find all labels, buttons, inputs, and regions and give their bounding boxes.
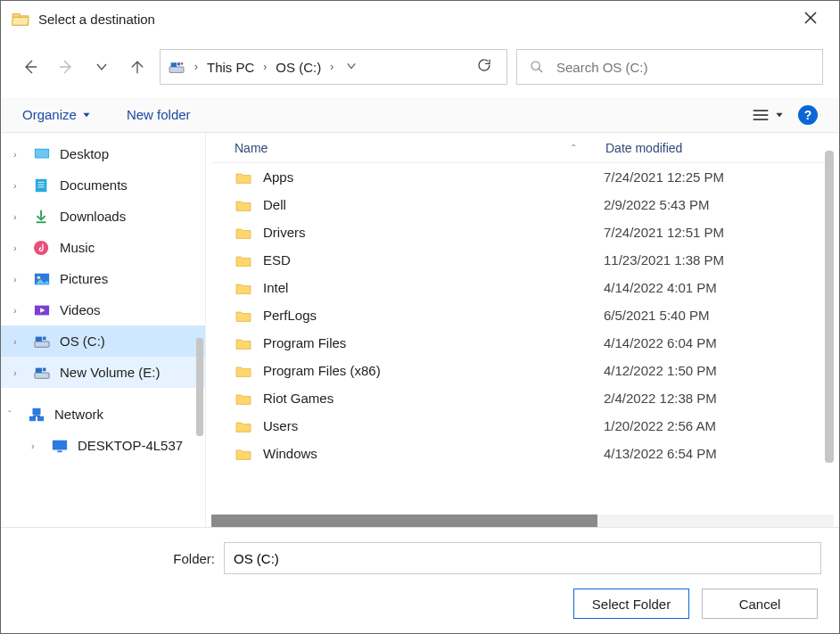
disk-icon xyxy=(33,333,51,350)
nav-row: › This PC › OS (C:) › Search OS (C:) xyxy=(1,37,839,97)
crumb-this-pc[interactable]: This PC xyxy=(203,60,258,75)
scrollbar-thumb[interactable] xyxy=(211,515,597,527)
tree-item[interactable]: ›Pictures xyxy=(1,263,205,294)
tree-scrollbar[interactable] xyxy=(194,133,203,527)
table-row[interactable]: Intel4/14/2022 4:01 PM xyxy=(211,274,834,301)
cancel-button[interactable]: Cancel xyxy=(702,589,818,619)
disk-icon xyxy=(168,60,185,74)
svg-point-9 xyxy=(531,62,539,70)
file-date: 2/4/2022 12:38 PM xyxy=(604,391,834,406)
chevron-right-icon: › xyxy=(191,61,202,73)
button-row: Select Folder Cancel xyxy=(19,589,821,619)
caret-down-icon xyxy=(775,111,784,119)
svg-rect-5 xyxy=(169,67,184,72)
table-row[interactable]: Riot Games2/4/2022 12:38 PM xyxy=(211,384,834,412)
svg-rect-7 xyxy=(177,62,180,65)
help-button[interactable]: ? xyxy=(798,105,818,125)
folder-icon xyxy=(235,447,252,461)
doc-icon xyxy=(33,177,51,193)
up-button[interactable] xyxy=(124,54,151,80)
toolbar: Organize New folder ? xyxy=(1,97,839,133)
table-row[interactable]: PerfLogs6/5/2021 5:40 PM xyxy=(211,301,834,329)
tree-item[interactable]: ›Downloads xyxy=(1,201,205,232)
desktop-icon xyxy=(33,146,51,162)
forward-button[interactable] xyxy=(53,54,79,80)
file-date: 4/14/2022 6:04 PM xyxy=(604,335,834,350)
tree-item[interactable]: ›Documents xyxy=(1,169,205,201)
pc-icon xyxy=(51,438,69,454)
chevron-down-icon[interactable]: ˇ xyxy=(8,409,19,420)
crumb-drive[interactable]: OS (C:) xyxy=(272,60,325,75)
table-row[interactable]: Program Files4/14/2022 6:04 PM xyxy=(211,329,834,357)
folder-icon xyxy=(235,226,252,240)
chevron-right-icon[interactable]: › xyxy=(31,441,42,451)
tree-item[interactable]: ›Music xyxy=(1,232,205,263)
tree-item-label: Videos xyxy=(60,302,101,317)
svg-rect-1 xyxy=(12,13,20,17)
chevron-right-icon[interactable]: › xyxy=(13,336,24,347)
chevron-right-icon[interactable]: › xyxy=(13,367,24,378)
back-button[interactable] xyxy=(17,54,44,80)
vertical-scrollbar[interactable] xyxy=(823,136,834,499)
chevron-right-icon[interactable]: › xyxy=(13,149,24,160)
organize-menu[interactable]: Organize xyxy=(22,107,91,122)
scrollbar-thumb[interactable] xyxy=(825,151,834,463)
navigation-tree: ›Desktop›Documents›Downloads›Music›Pictu… xyxy=(1,133,206,527)
chevron-right-icon[interactable]: › xyxy=(13,274,24,284)
refresh-button[interactable] xyxy=(469,57,499,77)
view-menu[interactable] xyxy=(752,108,784,122)
file-date: 7/24/2021 12:51 PM xyxy=(604,225,834,240)
table-row[interactable]: Drivers7/24/2021 12:51 PM xyxy=(211,218,834,246)
file-list: Name ⌃ Date modified Apps7/24/2021 12:25… xyxy=(211,133,834,527)
window-title: Select a destination xyxy=(38,12,793,27)
folder-icon xyxy=(235,364,252,378)
caret-down-icon xyxy=(82,111,91,119)
search-box[interactable]: Search OS (C:) xyxy=(516,49,823,85)
net-icon xyxy=(28,407,45,423)
table-row[interactable]: Apps7/24/2021 12:25 PM xyxy=(211,163,834,191)
select-folder-button[interactable]: Select Folder xyxy=(573,589,689,619)
svg-rect-2 xyxy=(12,17,29,25)
folder-label: Folder: xyxy=(19,551,215,566)
music-icon xyxy=(33,240,51,256)
close-button[interactable] xyxy=(793,10,828,29)
bottom-panel: Folder: Select Folder Cancel xyxy=(1,527,839,633)
search-icon xyxy=(530,60,544,74)
chevron-right-icon[interactable]: › xyxy=(13,211,24,222)
pic-icon xyxy=(33,271,51,287)
table-row[interactable]: Users1/20/2022 2:56 AM xyxy=(211,412,834,440)
down-icon xyxy=(33,209,51,225)
tree-item[interactable]: ›Videos xyxy=(1,294,205,325)
recent-locations-button[interactable] xyxy=(88,54,115,80)
address-dropdown[interactable] xyxy=(339,59,364,75)
table-row[interactable]: ESD11/23/2021 1:38 PM xyxy=(211,246,834,274)
file-date: 11/23/2021 1:38 PM xyxy=(604,252,834,268)
table-row[interactable]: Program Files (x86)4/12/2022 1:50 PM xyxy=(211,357,834,384)
tree-item[interactable]: ›New Volume (E:) xyxy=(1,357,205,388)
horizontal-scrollbar[interactable] xyxy=(211,515,834,527)
tree-item[interactable]: ›Desktop xyxy=(1,138,205,169)
tree-item-label: Network xyxy=(54,407,103,422)
file-name: Program Files xyxy=(263,335,346,350)
column-name[interactable]: Name ⌃ xyxy=(211,141,604,155)
table-row[interactable]: Dell2/9/2022 5:43 PM xyxy=(211,191,834,218)
address-bar[interactable]: › This PC › OS (C:) › xyxy=(160,49,507,85)
chevron-right-icon[interactable]: › xyxy=(13,305,24,316)
scrollbar-thumb[interactable] xyxy=(196,338,203,436)
tree-item[interactable]: ›DESKTOP-4L537 xyxy=(1,430,205,461)
column-headers: Name ⌃ Date modified xyxy=(211,133,834,163)
file-name: Users xyxy=(263,418,298,433)
new-folder-button[interactable]: New folder xyxy=(127,107,191,122)
file-date: 4/12/2022 1:50 PM xyxy=(604,363,834,378)
column-date[interactable]: Date modified xyxy=(604,141,834,155)
folder-input[interactable] xyxy=(224,542,821,574)
svg-rect-8 xyxy=(181,62,183,64)
table-row[interactable]: Windows4/13/2022 6:54 PM xyxy=(211,440,834,467)
chevron-right-icon[interactable]: › xyxy=(13,180,24,191)
chevron-right-icon[interactable]: › xyxy=(13,243,24,253)
folder-icon xyxy=(235,419,252,433)
tree-item[interactable]: ›OS (C:) xyxy=(1,325,205,357)
tree-item-label: Documents xyxy=(60,177,128,193)
tree-item[interactable]: ˇNetwork xyxy=(1,399,205,430)
file-date: 4/14/2022 4:01 PM xyxy=(604,280,834,295)
